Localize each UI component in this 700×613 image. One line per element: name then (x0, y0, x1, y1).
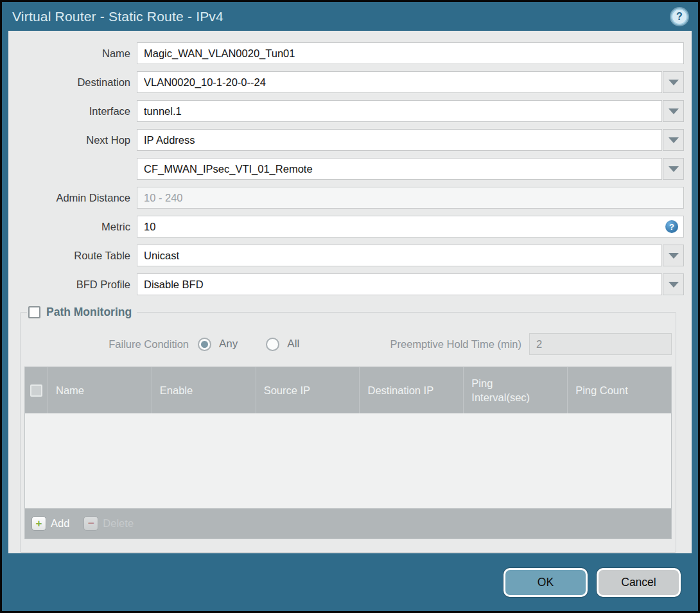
next-hop-address-input[interactable] (137, 158, 662, 180)
interface-dropdown-button[interactable] (663, 100, 684, 122)
cancel-button[interactable]: Cancel (597, 568, 681, 597)
next-hop-type-dropdown-button[interactable] (663, 129, 684, 151)
add-button[interactable]: + Add (31, 516, 69, 531)
destination-input[interactable] (137, 71, 662, 93)
admin-distance-row: Admin Distance (8, 187, 684, 209)
radio-unselected-icon[interactable] (266, 338, 279, 351)
dialog-body: Name Destination Interface (8, 31, 692, 553)
failure-condition-radio-group: Any All (198, 338, 299, 351)
name-row: Name (8, 42, 684, 64)
path-monitoring-legend: Path Monitoring (27, 306, 137, 319)
admin-distance-input[interactable] (137, 187, 684, 209)
path-monitoring-controls: Failure Condition Any All Preemptive Hol… (24, 333, 672, 355)
destination-label: Destination (8, 76, 137, 89)
route-table-row: Route Table (8, 245, 684, 266)
next-hop-row: Next Hop (8, 129, 684, 151)
select-all-column-header (25, 367, 48, 413)
path-monitoring-table: Name Enable Source IP Destination IP Pin… (24, 367, 672, 539)
path-monitoring-section: Path Monitoring Failure Condition Any Al… (20, 306, 676, 553)
title-bar: Virtual Router - Static Route - IPv4 ? (2, 2, 698, 31)
interface-input[interactable] (137, 100, 662, 122)
help-icon[interactable]: ? (671, 8, 688, 25)
name-label: Name (8, 47, 137, 60)
failure-condition-all-label: All (287, 338, 299, 350)
chevron-down-icon (669, 166, 679, 172)
failure-condition-any-label: Any (219, 338, 238, 350)
select-all-checkbox[interactable] (30, 384, 42, 397)
route-table-dropdown-button[interactable] (663, 245, 684, 266)
bfd-profile-row: BFD Profile (8, 273, 684, 295)
table-footer-bar: + Add − Delete (25, 508, 671, 539)
delete-button[interactable]: − Delete (83, 516, 134, 531)
destination-dropdown-button[interactable] (663, 71, 684, 93)
bfd-profile-input[interactable] (137, 273, 662, 295)
path-monitoring-checkbox[interactable] (28, 306, 40, 318)
metric-row: Metric ? (8, 216, 684, 237)
delete-button-label: Delete (103, 517, 134, 530)
column-header-ping-count[interactable]: Ping Count (568, 367, 671, 413)
next-hop-type-input[interactable] (137, 129, 662, 151)
table-header-row: Name Enable Source IP Destination IP Pin… (25, 367, 671, 413)
chevron-down-icon (669, 108, 679, 114)
table-body-empty[interactable] (25, 413, 671, 508)
next-hop-address-row (8, 158, 684, 180)
bfd-profile-label: BFD Profile (8, 279, 137, 291)
metric-label: Metric (8, 221, 137, 233)
column-header-ping-interval[interactable]: Ping Interval(sec) (464, 367, 568, 413)
column-header-source-ip[interactable]: Source IP (256, 367, 360, 413)
add-plus-icon: + (31, 516, 46, 531)
dialog-footer: OK Cancel (2, 553, 698, 611)
dialog-title: Virtual Router - Static Route - IPv4 (12, 9, 671, 24)
ok-button[interactable]: OK (503, 568, 588, 597)
column-header-enable[interactable]: Enable (152, 367, 256, 413)
preemptive-hold-time-input[interactable] (529, 333, 672, 355)
column-header-destination-ip[interactable]: Destination IP (360, 367, 464, 413)
failure-condition-any-option[interactable]: Any (198, 338, 238, 351)
next-hop-label: Next Hop (8, 134, 137, 146)
interface-label: Interface (8, 105, 137, 117)
name-input[interactable] (137, 42, 684, 64)
radio-selected-icon[interactable] (198, 338, 211, 351)
chevron-down-icon (669, 80, 679, 85)
metric-info-icon[interactable]: ? (665, 220, 678, 233)
next-hop-address-dropdown-button[interactable] (663, 158, 684, 180)
interface-row: Interface (8, 100, 684, 122)
metric-input[interactable] (137, 216, 684, 237)
add-button-label: Add (51, 517, 69, 530)
preemptive-hold-time-label: Preemptive Hold Time (min) (390, 338, 529, 350)
delete-minus-icon: − (83, 516, 98, 531)
route-table-label: Route Table (8, 250, 137, 262)
chevron-down-icon (669, 253, 679, 259)
admin-distance-label: Admin Distance (8, 192, 137, 204)
failure-condition-all-option[interactable]: All (266, 338, 299, 351)
dialog-window: Virtual Router - Static Route - IPv4 ? N… (0, 0, 700, 613)
bfd-profile-dropdown-button[interactable] (663, 273, 684, 295)
failure-condition-label: Failure Condition (24, 338, 198, 350)
column-header-name[interactable]: Name (48, 367, 152, 413)
chevron-down-icon (669, 137, 679, 143)
chevron-down-icon (669, 282, 679, 288)
destination-row: Destination (8, 71, 684, 93)
path-monitoring-title: Path Monitoring (46, 306, 132, 319)
route-table-input[interactable] (137, 245, 662, 266)
